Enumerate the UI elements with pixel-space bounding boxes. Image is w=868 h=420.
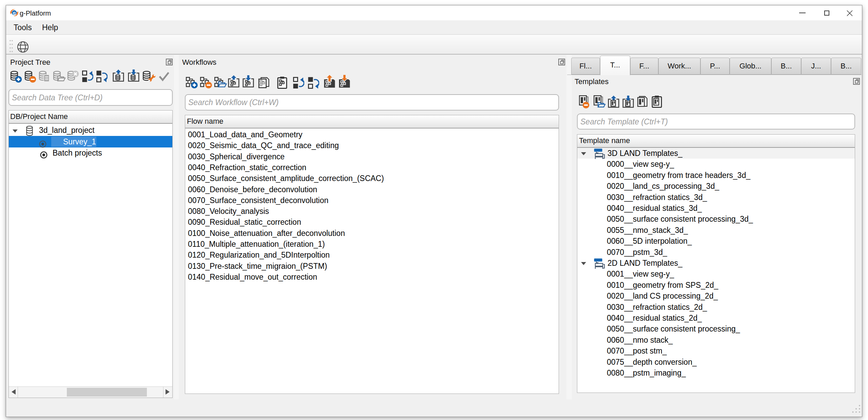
svg-text:g: g [13,10,16,16]
